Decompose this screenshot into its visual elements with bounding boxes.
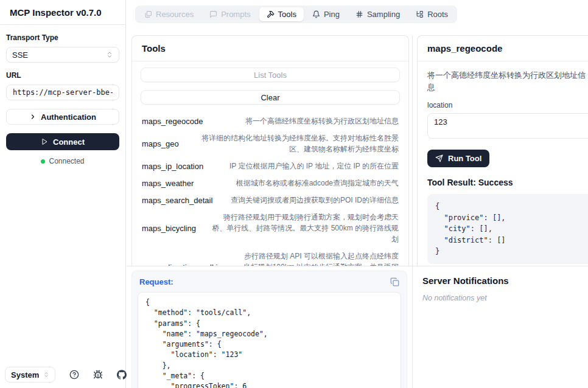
request-label: Request: bbox=[139, 277, 173, 286]
tool-name: maps_bicycling bbox=[142, 224, 196, 233]
tool-result-status: Tool Result: Success bbox=[427, 178, 588, 187]
tool-name: maps_regeocode bbox=[142, 117, 203, 126]
url-input[interactable] bbox=[6, 85, 119, 100]
help-button[interactable] bbox=[69, 370, 79, 379]
app-header: MCP Inspector v0.7.0 bbox=[0, 0, 125, 25]
files-icon bbox=[144, 10, 152, 18]
tool-row-maps-ip-location[interactable]: maps_ip_location IP 定位根据用户输入的 IP 地址，定位 I… bbox=[141, 158, 400, 175]
bug-icon bbox=[93, 370, 103, 379]
tab-label: Tools bbox=[278, 10, 296, 19]
list-tools-button[interactable]: List Tools bbox=[141, 68, 400, 82]
chevron-right-icon bbox=[29, 113, 37, 120]
app-title: MCP Inspector v0.7.0 bbox=[10, 7, 102, 18]
message-square-icon bbox=[209, 10, 217, 18]
bug-report-button[interactable] bbox=[93, 370, 103, 379]
theme-select[interactable]: System bbox=[5, 367, 55, 383]
tools-panel-header: Tools bbox=[132, 36, 408, 61]
tools-panel-title: Tools bbox=[142, 43, 166, 54]
status-dot-icon bbox=[41, 159, 45, 164]
tool-row-maps-geo[interactable]: maps_geo 将详细的结构化地址转换为经纬度坐标。支持对地标性名胜景区、建筑… bbox=[141, 130, 400, 158]
tool-row-maps-direction-walking[interactable]: maps_direction_walking 步行路径规划 API 可以根据输入… bbox=[141, 248, 400, 266]
request-panel: Request: { "method": "tools/call", "para… bbox=[131, 271, 407, 388]
tool-description: 步行路径规划 API 可以根据输入起点终点经纬度坐标规划100km 以内的步行通… bbox=[241, 251, 399, 266]
request-json: { "method": "tools/call", "params": { "n… bbox=[138, 292, 401, 388]
tool-detail-title: maps_regeocode bbox=[427, 43, 502, 54]
tool-name: maps_search_detail bbox=[142, 196, 212, 205]
github-icon bbox=[117, 370, 127, 379]
chevrons-up-down-icon bbox=[106, 51, 113, 58]
run-tool-button[interactable]: Run Tool bbox=[427, 150, 489, 167]
tool-description: 将详细的结构化地址转换为经纬度坐标。支持对地标性名胜景区、建筑物名称解析为经纬度… bbox=[198, 133, 399, 154]
status-label: Connected bbox=[49, 157, 84, 165]
tab-resources[interactable]: Resources bbox=[137, 7, 201, 21]
tab-tools[interactable]: Tools bbox=[259, 7, 304, 21]
server-notifications-title: Server Notifications bbox=[422, 275, 578, 286]
tool-row-maps-search-detail[interactable]: maps_search_detail 查询关键词搜或者周边搜获取到的POI ID… bbox=[141, 192, 400, 209]
copy-request-button[interactable] bbox=[390, 277, 399, 286]
tool-row-maps-bicycling[interactable]: maps_bicycling 骑行路径规划用于规划骑行通勤方案，规划时会考虑天桥… bbox=[141, 209, 400, 248]
folder-tree-icon bbox=[416, 10, 424, 18]
hash-icon bbox=[355, 10, 363, 18]
tool-row-maps-regeocode[interactable]: maps_regeocode 将一个高德经纬度坐标转换为行政区划地址信息 bbox=[141, 113, 400, 130]
tab-label: Roots bbox=[427, 10, 448, 19]
connection-status: Connected bbox=[6, 157, 119, 165]
theme-value: System bbox=[11, 370, 39, 379]
tool-detail-panel: maps_regeocode 将一个高德经纬度坐标转换为行政区划地址信息 loc… bbox=[417, 35, 588, 266]
hammer-icon bbox=[267, 10, 275, 18]
copy-icon bbox=[390, 277, 399, 286]
connect-label: Connect bbox=[53, 137, 85, 147]
tab-label: Sampling bbox=[367, 10, 400, 19]
transport-type-value: SSE bbox=[12, 50, 28, 60]
authentication-button[interactable]: Authentication bbox=[6, 109, 119, 125]
connect-button[interactable]: Connect bbox=[6, 133, 119, 150]
location-param-label: location bbox=[427, 101, 588, 109]
tab-roots[interactable]: Roots bbox=[408, 7, 455, 21]
transport-type-label: Transport Type bbox=[6, 33, 119, 42]
tab-prompts[interactable]: Prompts bbox=[202, 7, 257, 21]
sidebar: MCP Inspector v0.7.0 Transport Type SSE … bbox=[0, 0, 126, 388]
tool-name: maps_weather bbox=[142, 179, 194, 188]
help-circle-icon bbox=[69, 370, 79, 379]
chevrons-up-down-icon bbox=[43, 372, 49, 378]
tab-label: Ping bbox=[324, 10, 340, 19]
tool-description: 骑行路径规划用于规划骑行通勤方案，规划时会考虑天桥、单行线、封路等情况。最大支持… bbox=[211, 212, 399, 244]
bell-icon bbox=[312, 10, 320, 18]
tab-label: Resources bbox=[156, 10, 194, 19]
tool-description: 查询关键词搜或者周边搜获取到的POI ID的详细信息 bbox=[231, 195, 399, 206]
sidebar-footer: System bbox=[5, 367, 121, 383]
notifications-empty-text: No notifications yet bbox=[422, 294, 578, 302]
location-input[interactable]: 123 bbox=[427, 113, 588, 139]
tool-description: IP 定位根据用户输入的 IP 地址，定位 IP 的所在位置 bbox=[229, 161, 399, 171]
tool-result-json: { "provice": [], "city": [], "district":… bbox=[427, 194, 588, 264]
history-pane: Request: { "method": "tools/call", "para… bbox=[127, 266, 412, 388]
tool-description: 将一个高德经纬度坐标转换为行政区划地址信息 bbox=[245, 116, 399, 126]
tool-name: maps_geo bbox=[142, 139, 179, 148]
clear-button[interactable]: Clear bbox=[141, 90, 400, 105]
tools-panel: Tools List Tools Clear maps_regeocode 将一… bbox=[131, 35, 409, 266]
github-button[interactable] bbox=[117, 370, 127, 379]
url-label: URL bbox=[6, 71, 119, 80]
send-icon bbox=[435, 154, 443, 162]
tab-sampling[interactable]: Sampling bbox=[348, 7, 407, 21]
transport-type-select[interactable]: SSE bbox=[6, 47, 119, 63]
tool-name: maps_ip_location bbox=[142, 162, 203, 171]
tool-row-maps-weather[interactable]: maps_weather 根据城市名称或者标准adcode查询指定城市的天气 bbox=[141, 175, 400, 192]
tab-label: Prompts bbox=[221, 10, 250, 19]
run-tool-label: Run Tool bbox=[448, 154, 481, 163]
tool-description: 根据城市名称或者标准adcode查询指定城市的天气 bbox=[236, 178, 399, 189]
tab-ping[interactable]: Ping bbox=[305, 7, 347, 21]
tool-detail-description: 将一个高德经纬度坐标转换为行政区划地址信息 bbox=[427, 69, 588, 93]
server-notifications-panel: Server Notifications No notifications ye… bbox=[413, 266, 588, 388]
top-tabbar: Resources Prompts Tools Ping Sampling Ro… bbox=[135, 5, 457, 23]
tool-detail-header: maps_regeocode bbox=[418, 36, 588, 61]
play-icon bbox=[41, 138, 48, 145]
authentication-label: Authentication bbox=[41, 113, 96, 122]
